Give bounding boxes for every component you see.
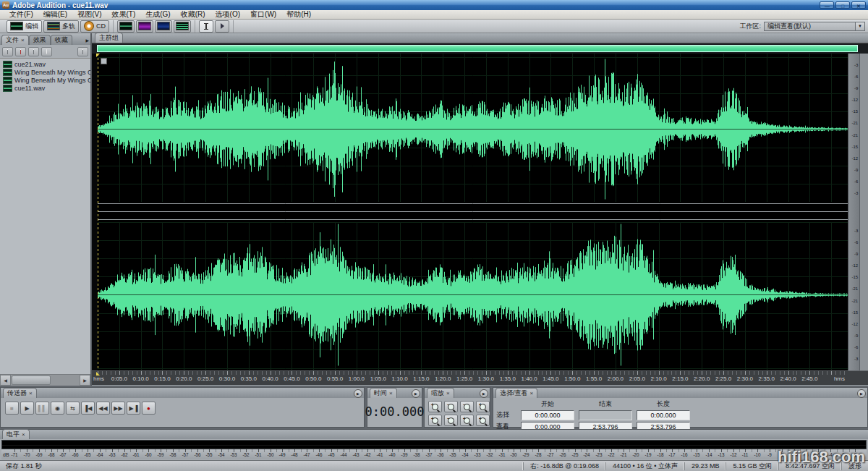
amplitude-tick: -21: [851, 287, 858, 291]
zoom-to-selection-left-button[interactable]: +: [460, 415, 474, 426]
timeline-ruler[interactable]: hms hms 0:05.00:10.00:15.00:20.00:25.00:…: [92, 370, 868, 385]
files-horizontal-scrollbar[interactable]: ◀ ▶: [0, 374, 90, 386]
close-icon[interactable]: ×: [389, 390, 393, 396]
import-file-button[interactable]: [2, 47, 13, 56]
tab-selection-view[interactable]: 选择/查看 ×: [495, 388, 537, 398]
panel-menu-button[interactable]: ▶: [480, 389, 488, 398]
transport-tab-row: 传送器 × ▶: [1, 388, 364, 398]
transport-play-button[interactable]: ▶: [20, 402, 34, 415]
edit-view-mode-button[interactable]: 编辑: [7, 20, 42, 33]
zoom-out-horizontal-button[interactable]: −: [444, 401, 458, 412]
transport-stop-button[interactable]: ■: [5, 402, 19, 415]
tab-zoom[interactable]: 缩放 ×: [427, 388, 454, 398]
time-selection-tool-button[interactable]: [199, 20, 213, 33]
close-icon[interactable]: ×: [22, 431, 25, 438]
tab-overflow-icon[interactable]: ▶: [85, 38, 89, 43]
transport-go-to-end-button[interactable]: ▶▐: [127, 402, 140, 415]
file-list-item[interactable]: cue11.wav: [0, 84, 90, 92]
spectral-pan-display-button[interactable]: [155, 20, 172, 33]
close-icon[interactable]: ×: [21, 37, 25, 43]
transport-fast-forward-button[interactable]: ▶▶: [111, 402, 125, 415]
transport-loop-button[interactable]: ⇆: [66, 402, 80, 415]
tab-transport[interactable]: 传送器 ×: [3, 388, 37, 398]
panel-menu-button[interactable]: ▶: [354, 389, 362, 398]
magnifier-icon: [464, 417, 470, 424]
menu-item[interactable]: 生成(G): [140, 9, 175, 20]
maximize-button[interactable]: □: [835, 1, 850, 9]
scrub-tool-button[interactable]: [215, 20, 229, 33]
insert-into-multitrack-button[interactable]: [28, 47, 39, 56]
db-tick: -59: [154, 452, 167, 457]
spectral-frequency-display-button[interactable]: [136, 20, 153, 33]
level-meter-bars[interactable]: [1, 440, 867, 449]
file-list-item[interactable]: Wing Beneath My Wings CUE1: [0, 68, 90, 76]
menu-item[interactable]: 选项(O): [210, 9, 245, 20]
amplitude-tick: -12: [851, 321, 858, 326]
file-list-item[interactable]: Wing Beneath My Wings CUE2: [0, 76, 90, 84]
spectral-pan-view-icon: [157, 22, 170, 30]
db-tick: -29: [519, 452, 532, 457]
workspace-dropdown[interactable]: 编辑查看(默认) ▼: [764, 22, 865, 31]
close-icon[interactable]: ×: [29, 390, 33, 396]
tab-收藏[interactable]: 收藏: [51, 35, 72, 45]
transport-play-looped-button[interactable]: ◉: [51, 402, 64, 415]
tab-效果[interactable]: 效果: [29, 35, 51, 45]
loop-icon: ⇆: [70, 405, 75, 412]
scroll-right-icon[interactable]: ▶: [80, 375, 90, 386]
stop-icon: ■: [10, 405, 14, 412]
close-file-button[interactable]: [15, 47, 26, 56]
amplitude-ruler[interactable]: -3-6-9-12-15-21-21-15-12-9-6-3-3-6-9-12-…: [848, 54, 859, 370]
menu-item[interactable]: 视图(V): [72, 9, 106, 20]
cd-disc-icon: [84, 21, 94, 31]
zoom-out-full-button[interactable]: −: [460, 401, 474, 412]
tab-main-group[interactable]: 主群组: [95, 33, 123, 43]
panel-menu-button[interactable]: ▶: [857, 389, 866, 398]
cd-view-mode-button[interactable]: CD: [80, 20, 109, 33]
spectral-phase-display-button[interactable]: [174, 20, 191, 33]
selection-handle[interactable]: [101, 58, 107, 64]
selection-end-field[interactable]: [579, 410, 632, 420]
tab-level[interactable]: 电平 ×: [2, 429, 30, 439]
tab-time[interactable]: 时间 ×: [370, 388, 397, 398]
vertical-scrollbar[interactable]: [859, 54, 868, 370]
multitrack-view-mode-button[interactable]: 多轨: [43, 20, 79, 33]
zoom-in-horizontal-button[interactable]: +: [428, 401, 442, 412]
transport-pause-button[interactable]: ▌▌: [35, 402, 49, 415]
menu-item[interactable]: 文件(F): [4, 9, 38, 20]
waveform-canvas[interactable]: [98, 54, 848, 370]
scroll-left-icon[interactable]: ◀: [0, 375, 11, 386]
selection-length-field[interactable]: 0:00.000: [637, 410, 690, 420]
title-bar[interactable]: Au Adobe Audition - cue11.wav — □ ✕: [0, 0, 868, 10]
db-tick: -43: [349, 452, 362, 457]
zoom-out-vertical-button[interactable]: −: [444, 415, 458, 426]
selection-start-field[interactable]: 0:00.000: [521, 410, 574, 420]
waveform-display[interactable]: -3-6-9-12-15-21-21-15-12-9-6-3-3-6-9-12-…: [92, 54, 868, 370]
level-tab-label: 电平: [7, 430, 20, 439]
scrollbar-thumb[interactable]: [12, 375, 51, 385]
close-button[interactable]: ✕: [851, 1, 866, 9]
transport-go-to-beginning-button[interactable]: ▐◀: [81, 402, 95, 415]
transport-rewind-button[interactable]: ◀◀: [96, 402, 110, 415]
zoom-in-vertical-button[interactable]: +: [428, 415, 442, 426]
tab-文件[interactable]: 文件×: [1, 35, 29, 45]
menu-item[interactable]: 帮助(H): [281, 9, 316, 20]
sort-options-button[interactable]: [77, 47, 88, 56]
zoom-to-selection-button[interactable]: +: [476, 401, 490, 412]
menu-item[interactable]: 编辑(E): [38, 9, 72, 20]
file-list-item[interactable]: cue21.wav: [0, 60, 90, 68]
close-icon[interactable]: ×: [446, 390, 450, 396]
insert-into-cd-button[interactable]: [41, 47, 52, 56]
overview-zoom-bar[interactable]: [97, 45, 858, 52]
playhead-marker-icon[interactable]: [96, 54, 100, 57]
menu-item[interactable]: 效果(T): [106, 9, 140, 20]
magnifier-icon: [448, 417, 454, 424]
minimize-button[interactable]: —: [820, 1, 834, 9]
transport-record-button[interactable]: ●: [142, 402, 156, 415]
waveform-display-button[interactable]: [117, 20, 135, 33]
menu-item[interactable]: 收藏(R): [176, 9, 210, 20]
menu-item[interactable]: 窗口(W): [245, 9, 281, 20]
zoom-to-selection-right-button[interactable]: +: [476, 415, 490, 426]
panel-menu-button[interactable]: ▶: [412, 389, 420, 398]
chevron-down-icon[interactable]: ▼: [855, 22, 864, 30]
close-icon[interactable]: ×: [530, 390, 534, 396]
